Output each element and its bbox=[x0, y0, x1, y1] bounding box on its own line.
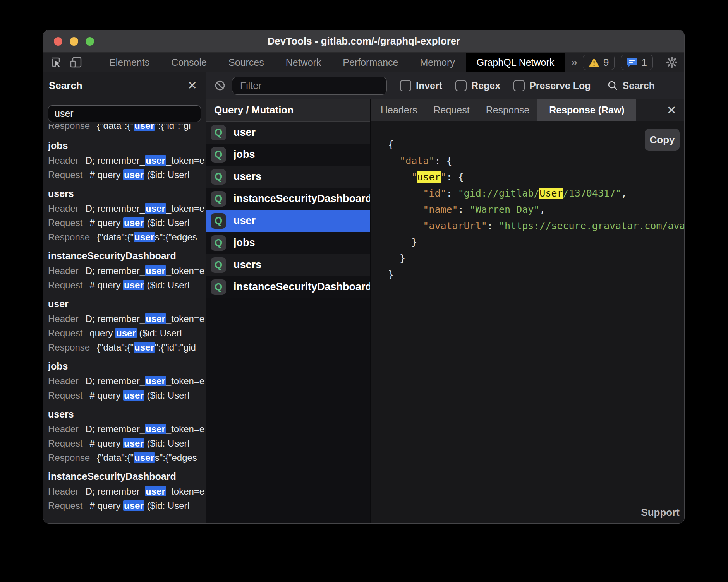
search-result-group: userHeaderD; remember_user_token=eReques… bbox=[48, 296, 206, 354]
settings-gear-icon[interactable] bbox=[666, 56, 678, 68]
search-match-highlight: user bbox=[145, 424, 166, 434]
query-item[interactable]: Qjobs bbox=[206, 232, 370, 254]
search-result-line[interactable]: Response{"data":{"user":{"id":"gi bbox=[48, 124, 206, 133]
query-item[interactable]: Quser bbox=[206, 122, 370, 144]
search-result-line[interactable]: Requestquery user ($id: UserI bbox=[48, 326, 206, 340]
regex-checkbox-label: Regex bbox=[471, 80, 500, 91]
tab-sources[interactable]: Sources bbox=[218, 53, 275, 72]
search-match-highlight: user bbox=[123, 500, 144, 511]
query-item-label: users bbox=[234, 171, 261, 183]
support-link[interactable]: Support bbox=[641, 507, 680, 519]
preserve-log-checkbox-icon[interactable] bbox=[513, 80, 525, 91]
search-result-line[interactable]: HeaderD; remember_user_token=e bbox=[48, 422, 206, 436]
query-item[interactable]: Qusers bbox=[206, 254, 370, 276]
more-tabs-chevron[interactable]: » bbox=[565, 53, 583, 72]
search-panel-close-icon[interactable]: ✕ bbox=[187, 80, 197, 91]
window-titlebar: DevTools - gitlab.com/-/graphql-explorer bbox=[43, 30, 684, 53]
query-type-icon: Q bbox=[211, 279, 226, 295]
toolbar-search[interactable]: Search bbox=[607, 80, 655, 91]
tab-elements[interactable]: Elements bbox=[98, 53, 160, 72]
response-tab-response[interactable]: Response bbox=[478, 99, 538, 121]
search-result-line[interactable]: Response{"data":{"users":{"edges bbox=[48, 450, 206, 465]
search-result-group-title[interactable]: instanceSecurityDashboard bbox=[48, 248, 206, 264]
response-tab-headers[interactable]: Headers bbox=[373, 99, 426, 121]
response-panel-close-icon[interactable]: ✕ bbox=[667, 104, 676, 116]
search-result-group-title[interactable]: users bbox=[48, 186, 206, 201]
checkbox-preserve-log[interactable]: Preserve Log bbox=[513, 80, 591, 91]
search-result-group-title[interactable]: users bbox=[48, 406, 206, 422]
search-result-line-label: Response bbox=[48, 452, 90, 463]
search-result-line-label: Header bbox=[48, 203, 79, 214]
zoom-window-button[interactable] bbox=[86, 37, 94, 46]
query-type-icon: Q bbox=[211, 125, 226, 140]
tab-memory[interactable]: Memory bbox=[409, 53, 465, 72]
clear-requests-icon[interactable] bbox=[214, 80, 226, 91]
query-item-label: jobs bbox=[234, 237, 255, 249]
inspect-element-icon[interactable] bbox=[50, 56, 62, 68]
device-toolbar-icon[interactable] bbox=[70, 56, 82, 68]
search-result-line-label: Request bbox=[48, 169, 82, 180]
search-result-line[interactable]: HeaderD; remember_user_token=e bbox=[48, 484, 206, 498]
search-result-line-label: Response bbox=[48, 124, 90, 131]
search-result-line[interactable]: Request# query user ($id: UserI bbox=[48, 498, 206, 513]
search-result-group-title[interactable]: instanceSecurityDashboard bbox=[48, 469, 206, 484]
search-result-line-label: Header bbox=[48, 313, 79, 324]
query-item[interactable]: Qjobs bbox=[206, 144, 370, 166]
issues-badge[interactable]: 1 bbox=[621, 55, 652, 70]
query-item[interactable]: QinstanceSecurityDashboard bbox=[206, 276, 370, 298]
search-result-line-label: Header bbox=[48, 424, 79, 434]
search-result-line-label: Request bbox=[48, 500, 82, 511]
search-result-line[interactable]: Request# query user ($id: UserI bbox=[48, 278, 206, 292]
tab-performance[interactable]: Performance bbox=[332, 53, 409, 72]
tab-network[interactable]: Network bbox=[275, 53, 332, 72]
warnings-badge[interactable]: 9 bbox=[583, 55, 615, 70]
search-result-line[interactable]: HeaderD; remember_user_token=e bbox=[48, 374, 206, 388]
search-result-line[interactable]: Request# query user ($id: UserI bbox=[48, 436, 206, 450]
clipped-result-line: Response{"data":{"user":{"id":"gi bbox=[48, 124, 206, 134]
search-match-highlight: user bbox=[145, 486, 166, 496]
query-type-icon: Q bbox=[211, 191, 226, 207]
json-line: } bbox=[388, 234, 684, 250]
filter-input[interactable] bbox=[232, 77, 387, 95]
tab-graphql-network[interactable]: GraphQL Network bbox=[466, 53, 565, 72]
response-tab-response-raw[interactable]: Response (Raw) bbox=[537, 99, 636, 121]
regex-checkbox-icon[interactable] bbox=[455, 80, 467, 91]
invert-checkbox-icon[interactable] bbox=[400, 80, 411, 91]
search-result-line[interactable]: Request# query user ($id: UserI bbox=[48, 216, 206, 230]
search-result-line[interactable]: Request# query user ($id: UserI bbox=[48, 388, 206, 402]
search-panel-title: Search bbox=[49, 80, 82, 92]
json-match-highlight: user bbox=[417, 171, 440, 183]
search-result-line[interactable]: Response{"data":{"users":{"edges bbox=[48, 230, 206, 244]
search-result-line[interactable]: HeaderD; remember_user_token=e bbox=[48, 264, 206, 278]
warning-icon bbox=[589, 57, 599, 67]
search-match-highlight: user bbox=[123, 169, 144, 180]
search-result-group-title[interactable]: jobs bbox=[48, 358, 206, 374]
search-result-group: instanceSecurityDashboardHeaderD; rememb… bbox=[48, 469, 206, 513]
search-result-line[interactable]: HeaderD; remember_user_token=e bbox=[48, 312, 206, 326]
json-line: "id": "gid://gitlab/User/13704317", bbox=[388, 185, 684, 202]
search-result-group: instanceSecurityDashboardHeaderD; rememb… bbox=[48, 248, 206, 292]
tab-console[interactable]: Console bbox=[160, 53, 218, 72]
search-result-line[interactable]: Response{"data":{"user":{"id":"gid bbox=[48, 340, 206, 354]
minimize-window-button[interactable] bbox=[70, 37, 78, 46]
search-match-highlight: user bbox=[145, 313, 166, 324]
checkbox-invert[interactable]: Invert bbox=[400, 80, 442, 91]
query-item-selected[interactable]: Quser bbox=[206, 210, 370, 232]
search-result-line[interactable]: Request# query user ($id: UserI bbox=[48, 168, 206, 182]
query-item[interactable]: Qusers bbox=[206, 166, 370, 188]
search-input[interactable] bbox=[48, 105, 201, 122]
search-result-line[interactable]: HeaderD; remember_user_token=e bbox=[48, 201, 206, 216]
search-result-line-label: Request bbox=[48, 217, 82, 228]
response-tab-request[interactable]: Request bbox=[426, 99, 478, 121]
json-line: "user": { bbox=[388, 169, 684, 185]
search-result-group-title[interactable]: jobs bbox=[48, 138, 206, 153]
search-result-line-label: Request bbox=[48, 438, 82, 448]
query-item[interactable]: QinstanceSecurityDashboard bbox=[206, 188, 370, 210]
query-type-icon: Q bbox=[211, 169, 226, 185]
issues-count: 1 bbox=[641, 56, 647, 68]
json-match-highlight: User bbox=[539, 188, 563, 199]
checkbox-regex[interactable]: Regex bbox=[455, 80, 500, 91]
search-result-line[interactable]: HeaderD; remember_user_token=e bbox=[48, 153, 206, 168]
search-result-group-title[interactable]: user bbox=[48, 296, 206, 312]
close-window-button[interactable] bbox=[54, 37, 62, 46]
